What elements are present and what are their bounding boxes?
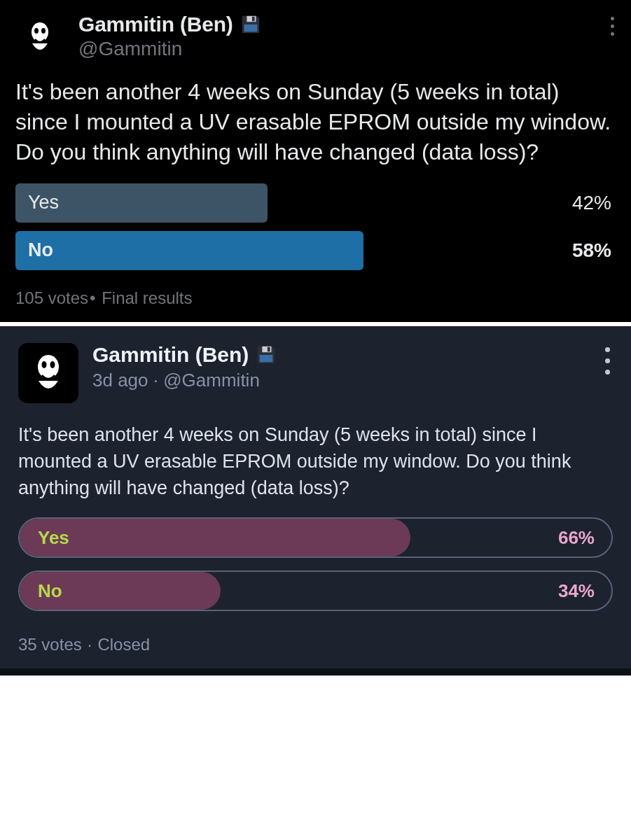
svg-rect-13 <box>260 355 273 362</box>
avatar[interactable] <box>15 13 64 62</box>
tweet-body: It's been another 4 weeks on Sunday (5 w… <box>15 77 616 168</box>
display-name[interactable]: Gammitin (Ben) <box>92 343 249 367</box>
toot-card: Gammitin (Ben) 3d ago · @Gammitin <box>0 326 631 676</box>
poll-footer: 105 votes• Final results <box>15 288 616 308</box>
poll-bar <box>20 519 410 556</box>
poll-option-label: No <box>38 580 62 601</box>
svg-point-10 <box>50 361 55 368</box>
poll-option-label: No <box>15 239 53 261</box>
poll-option[interactable]: No 58% <box>15 231 616 270</box>
poll-option[interactable]: Yes 42% <box>15 183 616 223</box>
user-handle[interactable]: @Gammitin <box>78 38 261 60</box>
post-meta: 3d ago · @Gammitin <box>92 370 277 391</box>
svg-rect-12 <box>268 346 270 351</box>
poll-option-label: Yes <box>15 192 59 214</box>
poll-status: Final results <box>102 288 192 307</box>
toot-body: It's been another 4 weeks on Sunday (5 w… <box>18 421 613 502</box>
floppy-disk-icon <box>240 14 261 35</box>
svg-rect-6 <box>244 24 257 31</box>
svg-point-9 <box>42 361 47 368</box>
poll-option[interactable]: No 34% <box>18 570 613 611</box>
poll-option-pct: 58% <box>572 239 611 262</box>
poll-option-pct: 42% <box>572 192 611 214</box>
poll-bar <box>15 231 363 270</box>
avatar-image <box>18 343 78 403</box>
floppy-disk-icon <box>256 344 277 365</box>
svg-point-2 <box>34 28 39 34</box>
poll-option-pct: 66% <box>558 526 595 548</box>
more-button[interactable] <box>605 347 610 374</box>
poll-option[interactable]: Yes 66% <box>18 517 613 558</box>
poll-option-label: Yes <box>38 526 69 548</box>
tweet-header: Gammitin (Ben) @Gammitin <box>15 13 616 62</box>
svg-point-3 <box>41 28 46 34</box>
svg-point-8 <box>38 355 59 379</box>
poll-votes: 105 votes <box>15 288 88 307</box>
poll-status: Closed <box>97 635 150 654</box>
avatar-image <box>15 13 64 62</box>
avatar[interactable] <box>18 343 78 403</box>
tweet-card: Gammitin (Ben) @Gammitin It's been anoth… <box>0 0 631 326</box>
svg-rect-5 <box>251 17 254 22</box>
poll: Yes 66% No 34% 35 votes·Closed <box>18 517 613 654</box>
toot-header: Gammitin (Ben) 3d ago · @Gammitin <box>18 343 613 403</box>
display-name[interactable]: Gammitin (Ben) <box>78 13 233 36</box>
poll-footer: 35 votes·Closed <box>18 635 613 654</box>
poll-votes: 35 votes <box>18 635 82 654</box>
poll-option-pct: 34% <box>558 580 595 601</box>
more-button[interactable] <box>611 17 614 36</box>
user-handle[interactable]: @Gammitin <box>163 370 260 391</box>
poll: Yes 42% No 58% 105 votes• Final results <box>15 183 616 308</box>
timestamp[interactable]: 3d ago <box>92 370 148 391</box>
svg-point-1 <box>32 22 48 42</box>
